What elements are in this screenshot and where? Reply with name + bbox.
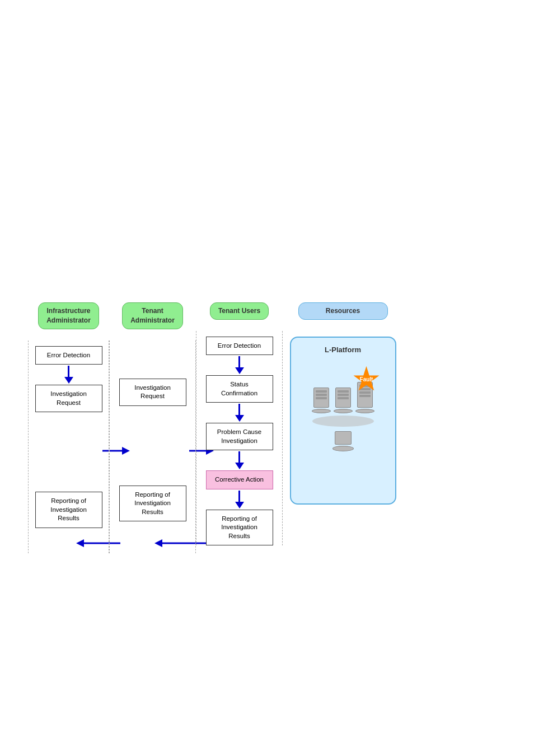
tu-status-confirmation-box: Status Confirmation <box>206 375 273 403</box>
standalone-server <box>335 431 352 445</box>
server-box-1 <box>313 388 329 408</box>
tu-problem-cause-box: Problem Cause Investigation <box>206 423 273 450</box>
resources-body: L-Platform Fault <box>284 331 402 510</box>
disk-2 <box>334 409 353 413</box>
tu-error-detection-box: Error Detection <box>206 337 273 356</box>
columns-container: Infrastructure Administrator Error Detec… <box>28 302 515 553</box>
tenant-admin-investigation-box: Investigation Request <box>119 379 186 406</box>
standalone-disk-group <box>332 431 354 451</box>
arrow-tu-down-2 <box>235 404 244 422</box>
infra-admin-body: Error Detection Investigation Request Re… <box>28 340 109 553</box>
arrow-infra-down-1 <box>64 366 73 384</box>
infra-error-detection-box: Error Detection <box>35 346 102 365</box>
standalone-disk <box>332 446 354 451</box>
col-resources: Resources L-Platform Fault <box>283 302 403 510</box>
col-tenant-users: Tenant Users Error Detection Status Conf… <box>196 302 283 545</box>
tenant-admin-reporting-box: Reporting ofInvestigation Results <box>119 486 186 522</box>
infra-reporting-box: Reporting ofInvestigation Results <box>35 492 102 528</box>
disk-1 <box>312 409 331 413</box>
lplatform-title: L-Platform <box>325 346 361 354</box>
tenant-admin-header: Tenant Administrator <box>122 302 183 329</box>
fault-star: Fault <box>353 366 380 393</box>
server-2 <box>334 388 353 413</box>
col-infra-admin: Infrastructure Administrator Error Detec… <box>28 302 109 553</box>
tu-reporting-box: Reporting ofInvestigation Results <box>206 510 273 546</box>
server-illustration: Fault <box>312 382 374 451</box>
infra-admin-header: Infrastructure Administrator <box>38 302 99 329</box>
arrow-tu-down-4 <box>235 491 244 508</box>
tenant-users-header: Tenant Users <box>210 302 269 320</box>
resources-header: Resources <box>298 302 388 320</box>
infra-investigation-request-box: Investigation Request <box>35 385 102 412</box>
tu-corrective-action-box: Corrective Action <box>206 470 273 489</box>
server-box-2 <box>335 388 351 408</box>
tenant-admin-body: Investigation Request Reporting ofInvest… <box>109 340 196 553</box>
flow-diagram: Infrastructure Administrator Error Detec… <box>28 302 515 553</box>
disk-3 <box>355 409 374 413</box>
server-1 <box>312 388 331 413</box>
arrow-tu-down-3 <box>235 451 244 469</box>
col-tenant-admin: Tenant Administrator Investigation Reque… <box>109 302 196 553</box>
lplatform-box: L-Platform Fault <box>290 337 396 505</box>
arrow-tu-down-1 <box>235 356 244 374</box>
tenant-users-body: Error Detection Status Confirmation Prob… <box>196 331 283 546</box>
platform-base <box>312 416 374 427</box>
fault-badge: Fault <box>353 366 380 393</box>
